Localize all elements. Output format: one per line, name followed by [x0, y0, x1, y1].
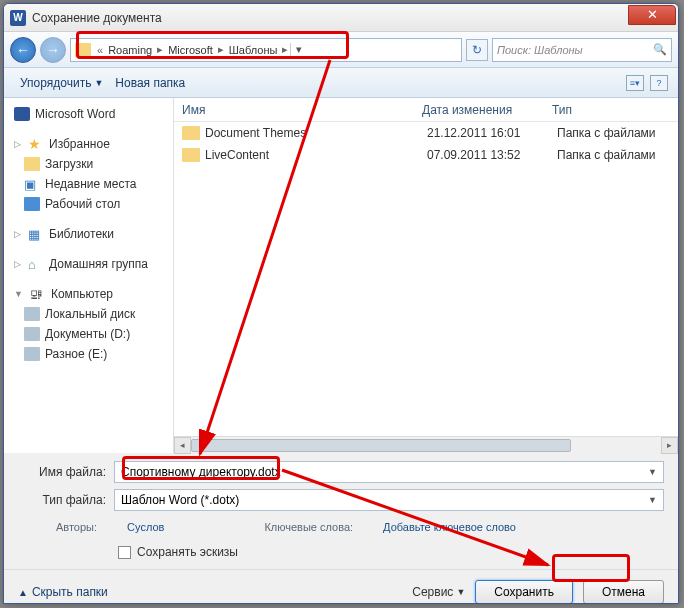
word-app-icon: W: [10, 10, 26, 26]
help-button[interactable]: ?: [650, 75, 668, 91]
sidebar-item-desktop[interactable]: Рабочий стол: [4, 194, 173, 214]
save-thumbnails-checkbox[interactable]: [118, 546, 131, 559]
filename-input[interactable]: Спортивному директору.dotx▼: [114, 461, 664, 483]
chevron-right-icon: ▸: [216, 43, 226, 56]
folder-icon: [75, 43, 91, 57]
keywords-label: Ключевые слова:: [264, 521, 353, 533]
new-folder-button[interactable]: Новая папка: [109, 74, 191, 92]
scroll-left-button[interactable]: ◂: [174, 437, 191, 454]
toolbar: Упорядочить ▼ Новая папка ≡▾ ?: [4, 68, 678, 98]
fields-panel: Имя файла: Спортивному директору.dotx▼ Т…: [4, 453, 678, 569]
filename-label: Имя файла:: [18, 465, 114, 479]
table-row[interactable]: Document Themes 21.12.2011 16:01 Папка с…: [174, 122, 678, 144]
chevron-up-icon: ▲: [18, 587, 28, 598]
col-type[interactable]: Тип: [552, 103, 678, 117]
horizontal-scrollbar[interactable]: ◂ ▸: [174, 436, 678, 453]
folder-icon: [182, 148, 200, 162]
authors-label: Авторы:: [56, 521, 97, 533]
body-area: Microsoft Word ▷★Избранное Загрузки ▣Нед…: [4, 98, 678, 453]
save-thumbnails-label: Сохранять эскизы: [137, 545, 238, 559]
sidebar-item-misc-e[interactable]: Разное (E:): [4, 344, 173, 364]
table-row[interactable]: LiveContent 07.09.2011 13:52 Папка с фай…: [174, 144, 678, 166]
sidebar-item-documents-d[interactable]: Документы (D:): [4, 324, 173, 344]
sidebar-homegroup[interactable]: ▷⌂Домашняя группа: [4, 254, 173, 274]
view-mode-button[interactable]: ≡▾: [626, 75, 644, 91]
breadcrumb-seg[interactable]: Roaming: [105, 44, 155, 56]
breadcrumb-dropdown[interactable]: ▾: [290, 43, 306, 56]
filetype-label: Тип файла:: [18, 493, 114, 507]
tools-button[interactable]: Сервис▼: [412, 585, 465, 599]
chevron-right-icon: ▸: [280, 43, 290, 56]
file-list: Имя Дата изменения Тип Document Themes 2…: [174, 98, 678, 453]
search-icon: 🔍: [653, 43, 667, 56]
window-title: Сохранение документа: [32, 11, 628, 25]
sidebar-favorites[interactable]: ▷★Избранное: [4, 134, 173, 154]
save-button[interactable]: Сохранить: [475, 580, 573, 604]
sidebar-item-local-disk[interactable]: Локальный диск: [4, 304, 173, 324]
col-name[interactable]: Имя: [182, 103, 422, 117]
sidebar-item-downloads[interactable]: Загрузки: [4, 154, 173, 174]
column-headers: Имя Дата изменения Тип: [174, 98, 678, 122]
hide-folders-button[interactable]: ▲ Скрыть папки: [18, 585, 108, 599]
breadcrumb-seg[interactable]: Шаблоны: [226, 44, 281, 56]
nav-bar: ← → « Roaming ▸ Microsoft ▸ Шаблоны ▸ ▾ …: [4, 32, 678, 68]
search-placeholder: Поиск: Шаблоны: [497, 44, 583, 56]
scroll-right-button[interactable]: ▸: [661, 437, 678, 454]
cancel-button[interactable]: Отмена: [583, 580, 664, 604]
col-date[interactable]: Дата изменения: [422, 103, 552, 117]
sidebar-computer[interactable]: ▼🖳Компьютер: [4, 284, 173, 304]
keywords-value[interactable]: Добавьте ключевое слово: [383, 521, 516, 533]
back-button[interactable]: ←: [10, 37, 36, 63]
authors-value[interactable]: Суслов: [127, 521, 164, 533]
footer: ▲ Скрыть папки Сервис▼ Сохранить Отмена: [4, 569, 678, 604]
breadcrumb-seg[interactable]: Microsoft: [165, 44, 216, 56]
save-dialog-window: W Сохранение документа ✕ ← → « Roaming ▸…: [3, 3, 679, 604]
titlebar: W Сохранение документа ✕: [4, 4, 678, 32]
chevron-right-icon: ▸: [155, 43, 165, 56]
filetype-select[interactable]: Шаблон Word (*.dotx)▼: [114, 489, 664, 511]
sidebar-item-recent[interactable]: ▣Недавние места: [4, 174, 173, 194]
search-input[interactable]: Поиск: Шаблоны 🔍: [492, 38, 672, 62]
refresh-button[interactable]: ↻: [466, 39, 488, 61]
forward-button[interactable]: →: [40, 37, 66, 63]
chevron-icon: «: [95, 44, 105, 56]
sidebar-libraries[interactable]: ▷▦Библиотеки: [4, 224, 173, 244]
organize-button[interactable]: Упорядочить ▼: [14, 74, 109, 92]
close-button[interactable]: ✕: [628, 5, 676, 25]
folder-icon: [182, 126, 200, 140]
scroll-thumb[interactable]: [191, 439, 571, 452]
sidebar-item-word[interactable]: Microsoft Word: [4, 104, 173, 124]
sidebar: Microsoft Word ▷★Избранное Загрузки ▣Нед…: [4, 98, 174, 453]
breadcrumb[interactable]: « Roaming ▸ Microsoft ▸ Шаблоны ▸ ▾: [70, 38, 462, 62]
